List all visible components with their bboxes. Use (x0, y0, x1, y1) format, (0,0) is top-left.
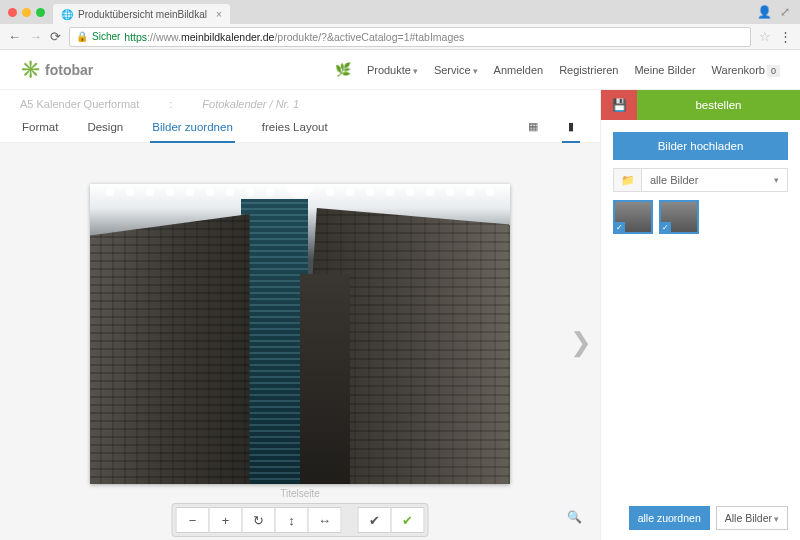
window-controls[interactable] (0, 8, 53, 17)
order-button[interactable]: bestellen (637, 90, 800, 120)
secure-label: Sicher (92, 31, 120, 42)
tab-bilder-zuordnen[interactable]: Bilder zuordnen (150, 115, 235, 143)
chevron-down-icon: ▾ (774, 175, 779, 185)
tab-bar: Format Design Bilder zuordnen freies Lay… (0, 114, 600, 143)
sidebar: 💾 bestellen Bilder hochladen 📁 alle Bild… (600, 90, 800, 540)
spiral-binding (90, 188, 510, 198)
link-meine-bilder[interactable]: Meine Bilder (634, 64, 695, 76)
calendar-page[interactable] (90, 184, 510, 484)
logo-icon: ✳️ (20, 59, 41, 80)
all-images-button[interactable]: Alle Bilder▾ (716, 506, 788, 530)
flip-vertical-button[interactable]: ↕ (275, 507, 309, 533)
address-bar: ← → ⟳ 🔒 Sicher https://www.meinbildkalen… (0, 24, 800, 50)
page-image (90, 184, 510, 484)
nav-forward-icon: → (29, 29, 42, 44)
site-header: ✳️ fotobar 🌿 Produkte▾ Service▾ Anmelden… (0, 50, 800, 90)
breadcrumb-product: A5 Kalender Querformat (20, 98, 139, 110)
thumbnail-list: ✓ ✓ (613, 200, 788, 234)
link-registrieren[interactable]: Registrieren (559, 64, 618, 76)
grid-view-icon[interactable]: ▦ (522, 114, 544, 142)
flip-horizontal-button[interactable]: ↔ (308, 507, 342, 533)
thumbnail[interactable]: ✓ (613, 200, 653, 234)
logo[interactable]: ✳️ fotobar (20, 59, 93, 81)
leaf-icon[interactable]: 🌿 (335, 62, 351, 77)
breadcrumb-sep: : (169, 98, 172, 110)
zoom-icon[interactable]: 🔍 (567, 510, 582, 524)
confirm-button[interactable]: ✔ (358, 507, 392, 533)
check-icon: ✓ (660, 222, 671, 233)
folder-select[interactable]: 📁 alle Bilder ▾ (613, 168, 788, 192)
nav-back-icon[interactable]: ← (8, 29, 21, 44)
tab-freies-layout[interactable]: freies Layout (260, 115, 330, 141)
check-icon: ✓ (614, 222, 625, 233)
tab-format[interactable]: Format (20, 115, 60, 141)
tab-title: Produktübersicht meinBildkal (78, 9, 207, 20)
main-area: A5 Kalender Querformat : Fotokalender / … (0, 90, 600, 540)
logo-text: fotobar (45, 62, 93, 78)
link-anmelden[interactable]: Anmelden (494, 64, 544, 76)
content: A5 Kalender Querformat : Fotokalender / … (0, 90, 800, 540)
menu-produkte[interactable]: Produkte▾ (367, 64, 418, 76)
folder-select-value: alle Bilder (650, 174, 698, 186)
breadcrumb: A5 Kalender Querformat : Fotokalender / … (0, 90, 600, 114)
single-view-icon[interactable]: ▮ (562, 114, 580, 143)
next-page-icon[interactable]: ❯ (570, 326, 592, 357)
maximize-window-icon[interactable] (36, 8, 45, 17)
page-subtitle: Titelseite (280, 488, 320, 499)
reload-icon[interactable]: ⟳ (50, 29, 61, 44)
close-window-icon[interactable] (8, 8, 17, 17)
user-icon[interactable]: 👤 (757, 5, 772, 19)
zoom-in-button[interactable]: + (209, 507, 243, 533)
upload-button[interactable]: Bilder hochladen (613, 132, 788, 160)
browser-tab[interactable]: 🌐 Produktübersicht meinBildkal × (53, 4, 230, 24)
toolbar-spacer (341, 507, 359, 533)
editor-toolbar: − + ↻ ↕ ↔ ✔ ✔ (173, 504, 428, 536)
zoom-out-button[interactable]: − (176, 507, 210, 533)
view-switch: ▦ ▮ (522, 114, 580, 142)
browser-tab-strip: 🌐 Produktübersicht meinBildkal × 👤 ⤢ (0, 0, 800, 24)
url-field[interactable]: 🔒 Sicher https://www.meinbildkalender.de… (69, 27, 751, 47)
bookmark-icon[interactable]: ☆ (759, 29, 771, 44)
rotate-button[interactable]: ↻ (242, 507, 276, 533)
apply-button[interactable]: ✔ (391, 507, 425, 533)
menu-service[interactable]: Service▾ (434, 64, 478, 76)
editor-canvas: Titelseite ❯ 🔍 − + ↻ ↕ ↔ ✔ ✔ (0, 143, 600, 540)
close-tab-icon[interactable]: × (216, 9, 222, 20)
lock-icon: 🔒 (76, 31, 88, 42)
link-warenkorb[interactable]: Warenkorb0 (712, 64, 780, 76)
tab-favicon-icon: 🌐 (61, 9, 73, 20)
minimize-window-icon[interactable] (22, 8, 31, 17)
breadcrumb-item: Fotokalender / Nr. 1 (202, 98, 299, 110)
folder-icon: 📁 (614, 169, 642, 191)
fullscreen-icon[interactable]: ⤢ (780, 5, 790, 19)
order-row: 💾 bestellen (601, 90, 800, 120)
save-button[interactable]: 💾 (601, 90, 637, 120)
thumbnail[interactable]: ✓ (659, 200, 699, 234)
sidebar-footer: alle zuordnen Alle Bilder▾ (601, 496, 800, 540)
url-text: https://www.meinbildkalender.de/produkte… (124, 31, 464, 43)
menu-icon[interactable]: ⋮ (779, 29, 792, 44)
tab-design[interactable]: Design (85, 115, 125, 141)
assign-all-button[interactable]: alle zuordnen (629, 506, 710, 530)
